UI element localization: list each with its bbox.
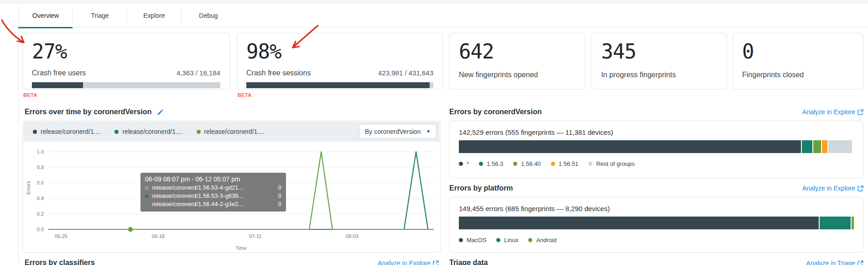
tooltip-row: release/coronerd/1.56.53-4-gd21... 0 (145, 184, 281, 192)
tab-overview[interactable]: Overview (19, 4, 73, 27)
top-strip (0, 0, 868, 3)
edit-pencil-icon[interactable] (157, 109, 164, 116)
progress-track (32, 82, 220, 88)
stat-card-fingerprints-closed: 0 Fingerprints closed (733, 33, 863, 90)
stat-card-crash-free-users: 27% Crash free users 4,363 / 16,184 (22, 33, 230, 90)
stat-label: Crash free users (32, 69, 86, 77)
stat-ratio: 4,363 / 16,184 (177, 69, 220, 77)
analyze-in-explore-link[interactable]: Analyze in Explore (802, 108, 863, 116)
legend-label: 1.56.3 (487, 160, 503, 167)
bar-segment[interactable] (822, 140, 827, 153)
external-link-icon (858, 260, 863, 265)
analyze-in-triage-link[interactable]: Analyze in Triage (806, 260, 863, 265)
series-marker-icon (145, 203, 148, 206)
tooltip-series-value: 0 (270, 184, 281, 192)
legend-item[interactable]: release/coronerd/1.... (197, 128, 265, 135)
stat-value: 345 (601, 40, 717, 64)
stat-value: 98% (246, 40, 433, 64)
legend-item: * (459, 160, 469, 167)
group-by-dropdown[interactable]: By coronerdVersion ▼ (359, 124, 437, 139)
bar-segment[interactable] (828, 140, 852, 153)
legend-dot-icon (459, 162, 463, 166)
bar-segment[interactable] (459, 140, 801, 153)
beta-badge: BETA (238, 92, 252, 98)
tab-explore[interactable]: Explore (127, 4, 181, 27)
svg-text:06-18: 06-18 (152, 233, 165, 239)
progress-fill (246, 82, 430, 88)
section-title-triage-data: Triage data (449, 259, 488, 265)
tooltip-series-value: 0 (270, 192, 281, 200)
legend-item: Linux (496, 237, 518, 244)
legend-label: Rest of groups (596, 160, 635, 167)
legend-label: Android (536, 237, 556, 244)
errors-over-time-panel: release/coronerd/1....release/coronerd/1… (22, 121, 441, 253)
legend-label: release/coronerd/1.... (204, 128, 265, 135)
legend-label: Linux (504, 237, 518, 244)
legend-dot-icon (33, 130, 37, 134)
link-label: Analyze in Explore (802, 108, 855, 116)
tab-debug[interactable]: Debug (182, 4, 235, 27)
legend-label: MacOS (467, 237, 486, 244)
legend-dot-icon (528, 238, 532, 242)
stat-value: 0 (742, 40, 854, 64)
legend-item: MacOS (459, 237, 486, 244)
stat-label: In progress fingerprints (601, 71, 717, 79)
beta-badge: BETA (23, 92, 37, 98)
breakdown-title-coronerdversion: Errors by coronerdVersion (449, 108, 542, 116)
legend-label: 1.56.40 (521, 160, 541, 167)
external-link-icon (433, 260, 439, 265)
legend-label: * (467, 160, 469, 167)
legend-dot-icon (513, 162, 517, 166)
tooltip-series-label: release/coronerd/1.56.53-3-g638... (152, 192, 267, 200)
legend-label: release/coronerd/1.... (41, 128, 101, 135)
bar-segment[interactable] (459, 217, 819, 229)
legend-label: release/coronerd/1.... (122, 128, 182, 135)
legend-item[interactable]: release/coronerd/1.... (114, 128, 182, 135)
overview-dashboard: Overview Triage Explore Debug 27% Crash … (0, 0, 868, 265)
progress-fill (32, 82, 83, 88)
stacked-bar (459, 140, 854, 153)
stat-card-inprogress-fingerprints: 345 In progress fingerprints (592, 33, 727, 90)
stat-label: New fingerprints opened (459, 71, 576, 79)
series-marker-icon (145, 186, 148, 190)
bar-segment[interactable] (820, 217, 851, 229)
x-axis-label: Time (48, 245, 434, 251)
legend-label: 1.56.51 (559, 160, 578, 167)
legend-dot-icon (551, 162, 555, 166)
svg-text:05-25: 05-25 (55, 233, 68, 239)
svg-text:0.8: 0.8 (37, 164, 44, 170)
legend-item: 1.56.40 (513, 160, 541, 167)
bar-segment[interactable] (813, 140, 821, 153)
analyze-in-explore-link[interactable]: Analyze in Explore (802, 185, 863, 192)
tooltip-row: release/coronerd/1.56.44-2-g3e2... 0 (145, 200, 281, 208)
svg-text:0.2: 0.2 (37, 211, 44, 217)
stat-card-new-fingerprints: 642 New fingerprints opened (449, 33, 585, 90)
tooltip-series-label: release/coronerd/1.56.53-4-gd21... (152, 184, 267, 192)
analyze-in-explore-link[interactable]: Analyze in Explore (378, 260, 439, 265)
stat-label: Fingerprints closed (742, 71, 854, 79)
bar-segment[interactable] (802, 140, 812, 153)
tab-bar: Overview Triage Explore Debug (19, 4, 235, 27)
legend-dot-icon (197, 130, 201, 134)
legend-item[interactable]: release/coronerd/1.... (33, 128, 101, 135)
link-label: Analyze in Triage (806, 260, 855, 265)
tooltip-row: release/coronerd/1.56.53-3-g638... 0 (145, 192, 281, 200)
progress-track (246, 82, 433, 88)
stat-card-crash-free-sessions: 98% Crash free sessions 423,981 / 431,64… (237, 33, 443, 90)
legend-dot-icon (479, 162, 483, 166)
legend-dot-icon (496, 238, 500, 242)
chart-section-title: Errors over time by coronerdVersion (25, 108, 151, 116)
tooltip-date-range: 06-09 08:07 pm - 06-12 05:07 pm (145, 175, 281, 184)
stat-value: 642 (459, 40, 576, 64)
svg-text:08-03: 08-03 (346, 233, 359, 239)
bar-segment[interactable] (852, 217, 854, 229)
link-label: Analyze in Explore (378, 260, 431, 265)
svg-text:1.0: 1.0 (37, 149, 44, 154)
tooltip-series-label: release/coronerd/1.56.44-2-g3e2... (152, 200, 267, 208)
tab-triage[interactable]: Triage (73, 4, 127, 27)
breakdown-summary: 142,529 errors (555 fingerprints — 11,38… (459, 128, 613, 136)
stacked-bar (459, 217, 854, 229)
section-title-errors-by-classifiers: Errors by classifiers (25, 259, 95, 265)
svg-text:0.0: 0.0 (37, 227, 44, 232)
chart-tooltip: 06-09 08:07 pm - 06-12 05:07 pm release/… (140, 173, 286, 212)
